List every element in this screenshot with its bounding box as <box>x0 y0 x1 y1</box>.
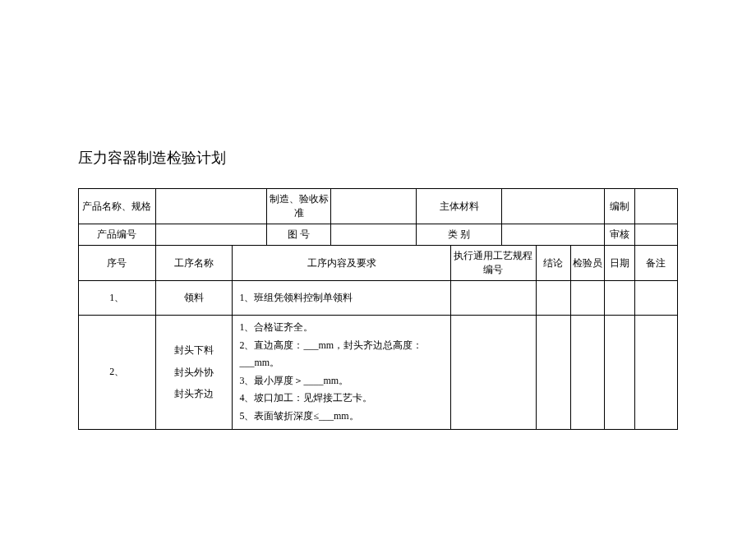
value-mfg-accept-std <box>331 189 417 224</box>
cell-date <box>605 281 634 316</box>
label-category: 类 别 <box>417 224 502 246</box>
cell-conclusion <box>537 281 571 316</box>
header-row-2: 产品编号 图 号 类 别 审核 <box>79 224 678 246</box>
cell-date <box>605 316 634 430</box>
cell-seq: 1、 <box>79 281 156 316</box>
label-reviewed-by: 审核 <box>605 224 634 246</box>
value-prepared-by <box>634 189 677 224</box>
col-process-content: 工序内容及要求 <box>233 246 451 281</box>
cell-conclusion <box>537 316 571 430</box>
table-row: 1、 领料 1、班组凭领料控制单领料 <box>79 281 678 316</box>
cell-seq: 2、 <box>79 316 156 430</box>
cell-process-name: 封头下料封头外协封头齐边 <box>155 316 233 430</box>
cell-inspector <box>570 316 605 430</box>
column-header-row: 序号 工序名称 工序内容及要求 执行通用工艺规程编号 结论 检验员 日期 备注 <box>79 246 678 281</box>
label-product-name-spec: 产品名称、规格 <box>79 189 156 224</box>
col-inspector: 检验员 <box>570 246 605 281</box>
label-prepared-by: 编制 <box>605 189 634 224</box>
cell-proc-no <box>450 316 536 430</box>
cell-process-name: 领料 <box>155 281 233 316</box>
col-process-name: 工序名称 <box>155 246 233 281</box>
col-remark: 备注 <box>634 246 677 281</box>
cell-remark <box>634 316 677 430</box>
label-drawing-no: 图 号 <box>267 224 331 246</box>
col-conclusion: 结论 <box>537 246 571 281</box>
cell-content: 1、合格证齐全。2、直边高度：___mm，封头齐边总高度：___mm。3、最小厚… <box>233 316 451 430</box>
header-row-1: 产品名称、规格 制造、验收标准 主体材料 编制 <box>79 189 678 224</box>
col-general-proc-no: 执行通用工艺规程编号 <box>450 246 536 281</box>
value-product-no <box>155 224 266 246</box>
cell-remark <box>634 281 677 316</box>
table-row: 2、 封头下料封头外协封头齐边 1、合格证齐全。2、直边高度：___mm，封头齐… <box>79 316 678 430</box>
value-product-name-spec <box>155 189 266 224</box>
inspection-plan-table: 产品名称、规格 制造、验收标准 主体材料 编制 产品编号 图 号 类 别 审核 … <box>78 188 678 430</box>
label-mfg-accept-std: 制造、验收标准 <box>267 189 331 224</box>
value-main-material <box>502 189 605 224</box>
value-reviewed-by <box>634 224 677 246</box>
label-main-material: 主体材料 <box>417 189 502 224</box>
col-date: 日期 <box>605 246 634 281</box>
cell-content: 1、班组凭领料控制单领料 <box>233 281 451 316</box>
col-seq: 序号 <box>79 246 156 281</box>
cell-proc-no <box>450 281 536 316</box>
cell-inspector <box>570 281 605 316</box>
label-product-no: 产品编号 <box>79 224 156 246</box>
value-drawing-no <box>331 224 417 246</box>
value-category <box>502 224 605 246</box>
document-title: 压力容器制造检验计划 <box>78 148 678 168</box>
